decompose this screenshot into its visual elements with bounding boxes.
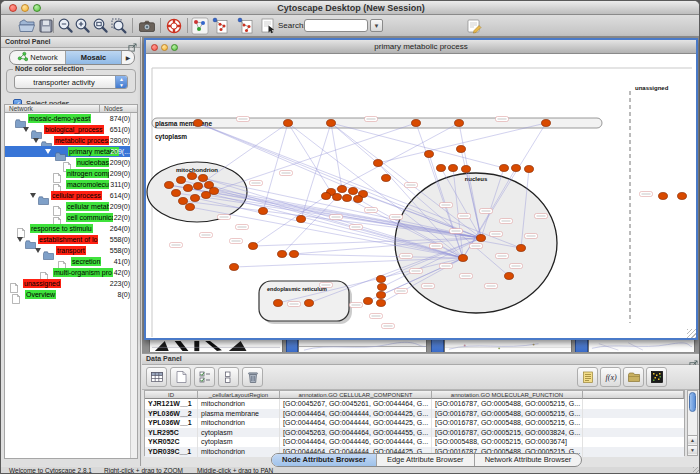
zoom-in-button[interactable] <box>74 17 92 35</box>
graph-node[interactable] <box>177 177 186 184</box>
graph-node[interactable] <box>305 300 314 307</box>
background-window-sliver[interactable] <box>298 339 427 352</box>
graph-node[interactable] <box>678 193 687 200</box>
graph-node[interactable] <box>374 160 383 167</box>
attribute-table[interactable]: ID_cellularLayoutRegionannotation.GO CEL… <box>144 390 685 456</box>
graph-node[interactable] <box>354 196 363 203</box>
table-row[interactable]: YKR052Ccytoplasm[GO:0044464, GO:0044446,… <box>145 437 684 447</box>
table-cell[interactable]: YKR052C <box>145 437 198 447</box>
tree-row[interactable]: unassigned223(0) <box>5 278 131 289</box>
zoom-selected-button[interactable] <box>110 17 128 35</box>
tree-row[interactable]: Overview8(0) <box>5 289 131 300</box>
window-titlebar[interactable]: Cytoscape Desktop (New Session) <box>1 1 700 15</box>
graph-node[interactable] <box>505 273 514 280</box>
graph-node[interactable] <box>230 264 239 271</box>
graph-node[interactable] <box>349 188 358 195</box>
graph-node[interactable] <box>377 292 386 299</box>
delete-attribute-button[interactable] <box>242 367 263 387</box>
graph-node[interactable] <box>542 120 551 127</box>
annotate-button[interactable] <box>259 17 277 35</box>
select-all-attributes-button[interactable] <box>194 367 215 387</box>
graph-node[interactable] <box>202 192 211 199</box>
table-cell[interactable]: [GO:0044464, GO:0044446, GO:0044444, G..… <box>280 437 432 447</box>
graph-node[interactable] <box>184 185 193 192</box>
tab-node-attribute-browser[interactable]: Node Attribute Browser <box>272 454 377 466</box>
table-cell[interactable]: [GO:0005488, GO:0005215, GO:0003674] <box>432 437 583 447</box>
import-attributes-button[interactable] <box>623 367 644 387</box>
graph-node[interactable] <box>343 195 352 202</box>
graph-node[interactable] <box>210 188 219 195</box>
table-column-header[interactable]: annotation.GO CELLULAR_COMPONENT <box>280 391 432 399</box>
graph-node[interactable] <box>512 165 521 172</box>
window-resize-grip[interactable] <box>687 329 696 338</box>
graph-node[interactable] <box>186 204 195 211</box>
table-cell[interactable]: cytoplasm <box>198 428 280 438</box>
table-cell[interactable]: plasma membrane <box>198 409 280 419</box>
tree-row[interactable]: primary metabo209(... <box>5 146 131 157</box>
table-row[interactable]: YJR121W__1mitochondrion[GO:0045267, GO:0… <box>145 399 684 409</box>
tab-network-attribute-browser[interactable]: Network Attribute Browser <box>475 454 582 466</box>
tree-row[interactable]: cell communicat22(0) <box>5 212 131 223</box>
graph-node[interactable] <box>517 245 526 252</box>
tree-expander-icon[interactable] <box>35 248 41 253</box>
function-builder-button[interactable]: f(x) <box>600 367 621 387</box>
table-column-header[interactable]: ID <box>145 391 198 399</box>
network-canvas[interactable]: plasma membranecytoplasmmitochondrionnuc… <box>146 55 696 338</box>
table-cell[interactable]: YPL036W__2 <box>145 409 198 419</box>
table-column-header[interactable] <box>583 391 684 399</box>
graph-node[interactable] <box>297 216 306 223</box>
table-column-header[interactable]: annotation.GO MOLECULAR_FUNCTION <box>432 391 583 399</box>
tree-row[interactable]: biological_process651(0) <box>5 124 131 135</box>
float-panel-icon[interactable] <box>128 38 137 47</box>
tab-network[interactable]: Network <box>10 51 66 64</box>
scrollbar-thumb[interactable] <box>689 392 696 412</box>
graph-node[interactable] <box>659 193 668 200</box>
graph-node[interactable] <box>462 166 471 173</box>
graph-node[interactable] <box>165 182 174 189</box>
tree-row[interactable]: nitrogen compo209(0) <box>5 168 131 179</box>
graph-node[interactable] <box>382 175 391 182</box>
tree-expander-icon[interactable] <box>33 138 39 143</box>
table-cell[interactable]: YPL036W__1 <box>145 418 198 428</box>
attribute-notepad-button[interactable] <box>577 367 598 387</box>
graph-node[interactable] <box>477 235 486 242</box>
tree-expander-icon[interactable] <box>45 149 51 154</box>
tree-row[interactable]: transport558(0) <box>5 245 131 256</box>
graph-node[interactable] <box>437 165 446 172</box>
graph-node[interactable] <box>377 276 386 283</box>
new-network-from-selection-button[interactable] <box>211 17 229 35</box>
graph-node[interactable] <box>449 165 458 172</box>
tree-row[interactable]: mosaic-demo-yeast874(0) <box>5 113 131 124</box>
graph-node[interactable] <box>459 255 468 262</box>
table-row[interactable]: YPL036W__2plasma membrane[GO:0044464, GO… <box>145 409 684 419</box>
table-cell[interactable]: [GO:0044464, GO:0044444, GO:0044425, G..… <box>280 409 432 419</box>
tab-edge-attribute-browser[interactable]: Edge Attribute Browser <box>377 454 475 466</box>
select-attributes-button[interactable] <box>146 367 167 387</box>
tree-row[interactable]: secretion41(0) <box>5 256 131 267</box>
unselect-attributes-button[interactable] <box>218 367 239 387</box>
tree-row[interactable]: metabolic process280(0) <box>5 135 131 146</box>
background-window-sliver[interactable] <box>588 339 695 352</box>
graph-node[interactable] <box>188 173 197 180</box>
graph-node[interactable] <box>259 208 268 215</box>
graph-node[interactable] <box>500 165 509 172</box>
float-panel-icon[interactable] <box>689 355 698 364</box>
zoom-fit-button[interactable] <box>92 17 110 35</box>
graph-node[interactable] <box>172 190 181 197</box>
zoom-out-button[interactable] <box>57 17 75 35</box>
table-cell[interactable]: [GO:0045267, GO:0045261, GO:0044464, G..… <box>280 399 432 409</box>
table-row[interactable]: YPL036W__1mitochondrion[GO:0044464, GO:0… <box>145 418 684 428</box>
tree-row[interactable]: cellular metabol209(0) <box>5 201 131 212</box>
tree-row[interactable]: multi-organism pro42(0) <box>5 267 131 278</box>
tree-row[interactable]: cellular process614(0) <box>5 190 131 201</box>
background-window-sliver[interactable] <box>444 339 572 352</box>
table-cell[interactable]: [GO:0016787, GO:0005488, GO:0005215, G..… <box>432 418 583 428</box>
graph-node[interactable] <box>179 198 188 205</box>
table-cell[interactable]: YDR039C__1 <box>145 447 198 457</box>
graph-node[interactable] <box>284 120 293 127</box>
graph-node[interactable] <box>425 151 434 158</box>
table-column-header[interactable]: _cellularLayoutRegion <box>198 391 280 399</box>
node-color-dropdown[interactable]: transporter activity ▲▼ <box>14 75 128 89</box>
graph-node[interactable] <box>322 193 331 200</box>
table-cell[interactable]: [GO:0016787, GO:0005488, GO:0005215, G..… <box>432 409 583 419</box>
